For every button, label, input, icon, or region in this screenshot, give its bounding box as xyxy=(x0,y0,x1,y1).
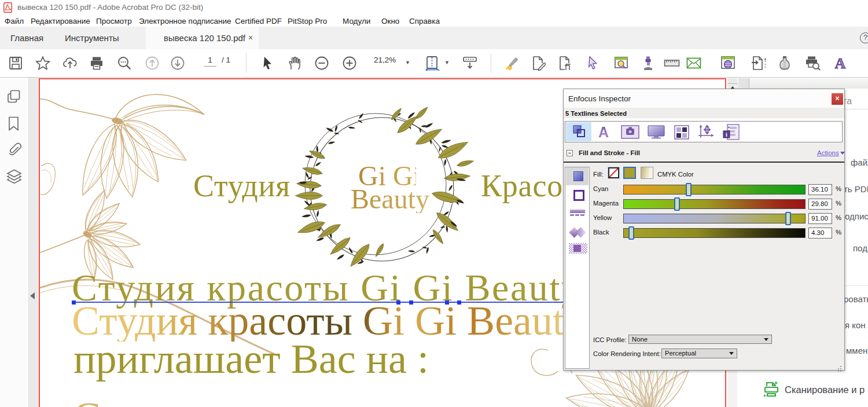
svg-text:i: i xyxy=(726,131,727,138)
svg-text:A: A xyxy=(835,56,846,71)
